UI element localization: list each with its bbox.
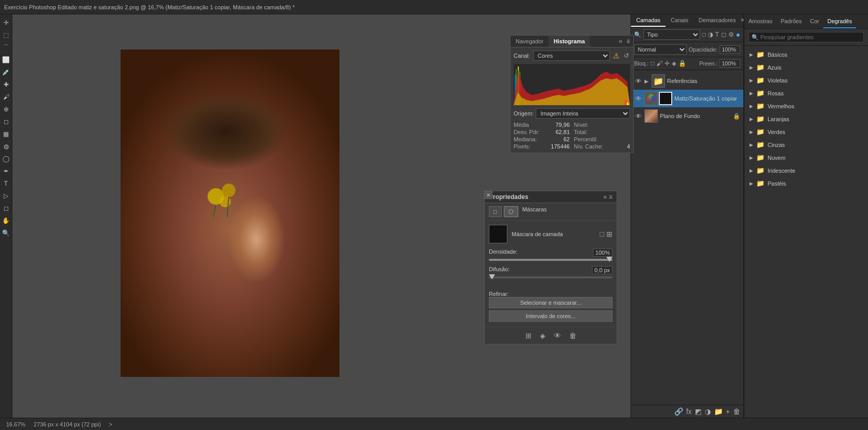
- gradient-tool[interactable]: ▦: [1, 129, 11, 139]
- add-mask-btn[interactable]: ◩: [695, 407, 702, 416]
- link-layers-btn[interactable]: 🔗: [674, 407, 683, 416]
- gradient-folder-violetas[interactable]: ▶ 📁 Violetas: [744, 74, 868, 87]
- delete-layer-btn[interactable]: 🗑: [733, 407, 740, 416]
- hand-tool[interactable]: ✋: [1, 216, 11, 226]
- layer-vis-referencias[interactable]: 👁: [634, 77, 642, 85]
- mask-select-btn[interactable]: □: [600, 230, 604, 238]
- intervalo-cores-btn[interactable]: Intervalo de cores...: [489, 310, 612, 322]
- gradient-folder-cinzas[interactable]: ▶ 📁 Cinzas: [744, 138, 868, 151]
- shape-tool[interactable]: ◻: [1, 203, 11, 213]
- zoom-tool[interactable]: 🔍: [1, 228, 11, 238]
- mask-vector-tab[interactable]: ⬡: [504, 206, 518, 217]
- folder-label-3: Rosas: [768, 90, 784, 96]
- move-tool[interactable]: ✛: [1, 18, 11, 28]
- eraser-tool[interactable]: ◻: [1, 117, 11, 127]
- mask-apply-btn[interactable]: ⊞: [606, 230, 612, 238]
- densidade-slider[interactable]: [489, 259, 612, 261]
- props-expand-btn[interactable]: »: [603, 193, 607, 201]
- opacity-input[interactable]: [720, 45, 740, 54]
- type-tool[interactable]: T: [1, 178, 11, 189]
- layer-item-fundo[interactable]: 👁 Plano de Fundo 🔒: [631, 107, 743, 125]
- gradient-folder-rosas[interactable]: ▶ 📁 Rosas: [744, 87, 868, 100]
- add-style-btn[interactable]: fx: [686, 407, 692, 416]
- gradient-folder-nuvem[interactable]: ▶ 📁 Nuvem: [744, 151, 868, 164]
- gradient-folder-básicos[interactable]: ▶ 📁 Básicos: [744, 48, 868, 61]
- dodge-tool[interactable]: ◯: [1, 154, 11, 164]
- props-apply-mask-btn[interactable]: ⊞: [523, 330, 534, 341]
- blur-tool[interactable]: ◍: [1, 141, 11, 152]
- mask-pixel-tab[interactable]: □: [489, 206, 502, 217]
- adjustment-btn[interactable]: ◑: [705, 407, 711, 416]
- props-eye-btn[interactable]: ◈: [538, 330, 548, 341]
- clone-tool[interactable]: ⊕: [1, 104, 11, 114]
- layer-expand-referencias[interactable]: ▶: [644, 78, 649, 84]
- gradient-folder-pastéis[interactable]: ▶ 📁 Pastéis: [744, 177, 868, 190]
- props-close-x-btn[interactable]: ✕: [484, 191, 492, 199]
- tab-degrades[interactable]: Degradês: [823, 14, 856, 28]
- brush-tool[interactable]: 🖌: [1, 92, 11, 102]
- histogram-expand-btn[interactable]: »: [618, 37, 623, 46]
- tab-amostras[interactable]: Amostras: [744, 14, 776, 28]
- gradient-search-input[interactable]: [748, 32, 864, 42]
- props-visibility-btn[interactable]: 👁: [552, 330, 563, 341]
- canal-select[interactable]: Cores: [533, 51, 610, 61]
- stat-total: Total:: [574, 129, 630, 135]
- layers-collapse-btn[interactable]: ≡: [741, 14, 744, 25]
- histogram-refresh-btn[interactable]: ↺: [623, 51, 630, 60]
- tab-camadas[interactable]: Camadas: [631, 14, 666, 27]
- layer-vis-fundo[interactable]: 👁: [634, 112, 642, 120]
- folder-label-4: Vermelhos: [768, 103, 794, 109]
- crop-tool[interactable]: ⬜: [1, 55, 11, 65]
- marquee-tool[interactable]: ⬚: [1, 30, 11, 40]
- blend-mode-select[interactable]: NormalDissolverEscurecerMultiplicarQueim…: [634, 44, 687, 55]
- group-btn[interactable]: 📁: [714, 407, 723, 416]
- gradient-folder-iridescente[interactable]: ▶ 📁 Iridescente: [744, 164, 868, 177]
- layer-item-referencias[interactable]: 👁 ▶ 📁 Referências: [631, 72, 743, 90]
- layer-filter-shape[interactable]: ◻: [721, 30, 726, 39]
- props-menu-btn[interactable]: ≡: [609, 193, 612, 201]
- layer-vis-matiz[interactable]: 👁: [634, 95, 642, 103]
- origem-select[interactable]: Imagem Inteira: [536, 108, 630, 119]
- layer-filter-smart[interactable]: ⚙: [728, 30, 734, 39]
- layers-type-select[interactable]: Tipo: [643, 29, 700, 40]
- blend-mode-row: NormalDissolverEscurecerMultiplicarQueim…: [631, 42, 743, 57]
- pen-tool[interactable]: ✒: [1, 166, 11, 176]
- gradient-folder-verdes[interactable]: ▶ 📁 Verdes: [744, 125, 868, 138]
- lock-brush-btn[interactable]: 🖌: [656, 60, 662, 67]
- layer-mask-matiz[interactable]: [659, 92, 672, 105]
- lock-all-btn[interactable]: 🔒: [678, 60, 686, 67]
- stat-mediana: Mediana: 62: [514, 136, 570, 142]
- layer-filter-pixel[interactable]: □: [702, 30, 706, 39]
- tab-histograma[interactable]: Histograma: [549, 36, 590, 47]
- gradient-folder-vermelhos[interactable]: ▶ 📁 Vermelhos: [744, 100, 868, 112]
- healing-tool[interactable]: ✚: [1, 79, 11, 90]
- tab-navegador[interactable]: Navegador: [510, 36, 549, 47]
- tab-cor[interactable]: Cor: [806, 14, 823, 28]
- eyedropper-tool[interactable]: 💉: [1, 67, 11, 77]
- props-delete-mask-btn[interactable]: 🗑: [567, 330, 578, 341]
- tab-padroes[interactable]: Padrões: [776, 14, 806, 28]
- histogram-menu-btn[interactable]: ≡: [625, 37, 631, 46]
- arrow-nav[interactable]: >: [109, 421, 112, 427]
- lock-art-btn[interactable]: ◈: [672, 60, 676, 67]
- tab-demarcadores[interactable]: Demarcadores: [693, 14, 741, 27]
- new-layer-btn[interactable]: +: [726, 407, 730, 416]
- path-tool[interactable]: ▷: [1, 191, 11, 201]
- layer-item-matiz[interactable]: 👁 Matiz/Saturação 1 copiar: [631, 90, 743, 107]
- selecionar-mascarar-btn[interactable]: Selecionar e mascarar...: [489, 297, 612, 308]
- folder-label-8: Nuvem: [768, 155, 786, 161]
- lock-pixels-btn[interactable]: □: [651, 60, 654, 67]
- tab-canais[interactable]: Canais: [666, 14, 693, 27]
- layer-filter-adj[interactable]: ◑: [708, 30, 713, 39]
- gradient-folder-laranjas[interactable]: ▶ 📁 Laranjas: [744, 112, 868, 125]
- lock-move-btn[interactable]: ✛: [665, 60, 670, 67]
- histogram-svg: [514, 64, 630, 105]
- layer-filter-text[interactable]: T: [715, 30, 719, 39]
- difusao-slider[interactable]: [489, 276, 612, 278]
- gradient-folder-azuis[interactable]: ▶ 📁 Azuis: [744, 61, 868, 74]
- fill-input[interactable]: [720, 59, 740, 68]
- histogram-graph: [514, 64, 630, 105]
- layer-filter-toggle[interactable]: ●: [736, 30, 740, 39]
- densidade-label: Densidade:: [489, 249, 518, 257]
- lasso-tool[interactable]: ⌒: [1, 42, 11, 53]
